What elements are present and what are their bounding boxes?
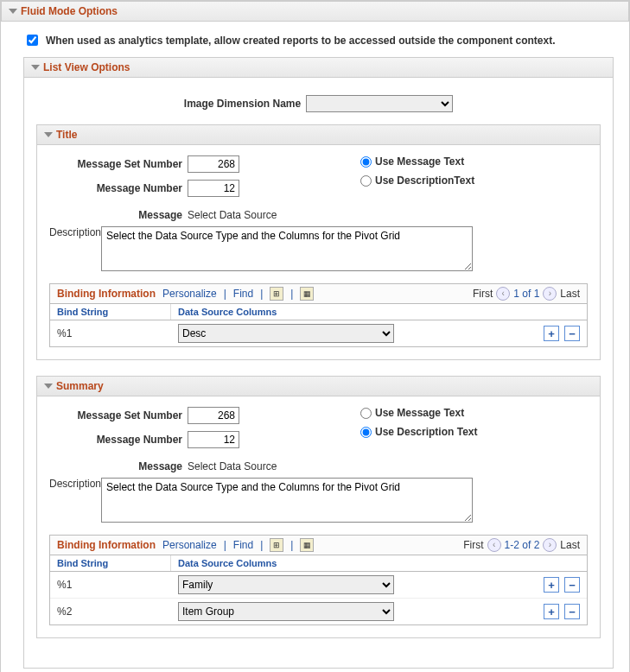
next-btn[interactable]: › — [543, 538, 557, 552]
col-ds-header[interactable]: Data Source Columns — [171, 304, 526, 320]
pager-text[interactable]: 1 of 1 — [513, 288, 539, 300]
last-label: Last — [560, 539, 580, 551]
summary-use-msg-label: Use Message Text — [375, 407, 464, 419]
binding-grid-title: Binding Information — [57, 288, 156, 300]
title-block-header[interactable]: Title — [37, 125, 600, 145]
title-use-msg-label: Use Message Text — [375, 155, 464, 168]
description-label: Description — [49, 226, 101, 271]
prev-btn[interactable]: ‹ — [496, 287, 510, 301]
ds-column-select[interactable]: Item Group — [178, 602, 394, 621]
personalize-link[interactable]: Personalize — [162, 288, 217, 300]
list-view-title: List View Options — [43, 61, 130, 73]
image-dimension-label: Image Dimension Name — [184, 98, 301, 110]
title-msg-num-input[interactable] — [188, 180, 239, 197]
ds-column-select[interactable]: Desc — [178, 324, 394, 343]
table-row: %2Item Group+− — [50, 599, 587, 624]
list-view-header[interactable]: List View Options — [23, 57, 614, 78]
title-use-msg-radio-row[interactable]: Use Message Text — [360, 155, 474, 168]
col-bind-header[interactable]: Bind String — [50, 555, 171, 571]
description-label: Description — [49, 478, 101, 523]
fluid-mode-title: Fluid Mode Options — [21, 5, 118, 17]
remove-row-button[interactable]: − — [564, 577, 580, 593]
summary-use-desc-radio[interactable] — [360, 427, 372, 438]
summary-description-textarea[interactable] — [101, 478, 473, 523]
summary-block-title: Summary — [56, 380, 104, 392]
title-use-desc-radio[interactable] — [360, 175, 372, 187]
summary-use-msg-radio-row[interactable]: Use Message Text — [360, 407, 477, 419]
collapse-icon — [9, 9, 17, 14]
message-label: Message — [49, 460, 188, 472]
summary-binding-grid: Binding Information Personalize | Find |… — [49, 535, 588, 625]
add-row-button[interactable]: + — [544, 604, 559, 619]
download-icon[interactable]: ▦ — [300, 287, 314, 301]
table-row: %1Desc+− — [50, 320, 587, 346]
personalize-link[interactable]: Personalize — [162, 539, 217, 551]
summary-block-header[interactable]: Summary — [37, 377, 600, 396]
summary-msg-num-input[interactable] — [188, 431, 239, 448]
analytics-template-label: When used as analytics template, allow c… — [46, 35, 556, 47]
find-link[interactable]: Find — [233, 288, 253, 300]
title-use-msg-radio[interactable] — [360, 156, 372, 168]
view-all-icon[interactable]: ⊞ — [270, 538, 283, 552]
title-block: Title Message Set Number Message Number — [36, 124, 601, 360]
bind-string-cell: %1 — [50, 575, 171, 594]
first-label: First — [463, 539, 483, 551]
table-row: %1Family+− — [50, 572, 587, 599]
download-icon[interactable]: ▦ — [300, 538, 314, 552]
title-binding-grid: Binding Information Personalize | Find |… — [49, 283, 588, 347]
summary-msg-set-input[interactable] — [188, 407, 239, 424]
collapse-icon — [44, 132, 53, 137]
title-description-textarea[interactable] — [101, 226, 473, 271]
summary-use-desc-radio-row[interactable]: Use Description Text — [360, 426, 477, 438]
binding-grid-title: Binding Information — [57, 539, 156, 551]
title-use-desc-radio-row[interactable]: Use DescriptionText — [360, 174, 474, 187]
bind-string-cell: %1 — [50, 324, 171, 343]
view-all-icon[interactable]: ⊞ — [270, 287, 283, 301]
add-row-button[interactable]: + — [544, 577, 559, 593]
msg-num-label: Message Number — [49, 182, 188, 194]
col-ds-header[interactable]: Data Source Columns — [171, 555, 526, 571]
msg-set-label: Message Set Number — [49, 409, 188, 422]
remove-row-button[interactable]: − — [564, 326, 580, 341]
analytics-template-checkbox[interactable] — [27, 35, 38, 46]
first-label: First — [473, 288, 493, 300]
title-message-value: Select Data Source — [188, 209, 277, 221]
msg-set-label: Message Set Number — [49, 158, 188, 170]
title-use-desc-label: Use DescriptionText — [375, 174, 474, 187]
image-dimension-select[interactable] — [306, 95, 453, 112]
next-btn[interactable]: › — [543, 287, 557, 301]
summary-use-desc-label: Use Description Text — [375, 426, 477, 438]
summary-use-msg-radio[interactable] — [360, 408, 372, 419]
bind-string-cell: %2 — [50, 602, 171, 621]
last-label: Last — [560, 288, 580, 300]
collapse-icon — [31, 65, 40, 70]
fluid-mode-header[interactable]: Fluid Mode Options — [1, 1, 629, 22]
collapse-icon — [44, 384, 53, 389]
pager-text[interactable]: 1-2 of 2 — [505, 539, 540, 551]
remove-row-button[interactable]: − — [564, 604, 580, 619]
msg-num-label: Message Number — [49, 434, 188, 446]
col-bind-header[interactable]: Bind String — [50, 304, 171, 320]
summary-block: Summary Message Set Number Message Numbe… — [36, 376, 601, 638]
message-label: Message — [49, 209, 188, 221]
find-link[interactable]: Find — [233, 539, 253, 551]
ds-column-select[interactable]: Family — [178, 575, 394, 594]
add-row-button[interactable]: + — [544, 326, 559, 341]
summary-message-value: Select Data Source — [188, 460, 277, 472]
prev-btn[interactable]: ‹ — [487, 538, 501, 552]
title-msg-set-input[interactable] — [188, 155, 239, 173]
title-block-title: Title — [56, 129, 77, 141]
